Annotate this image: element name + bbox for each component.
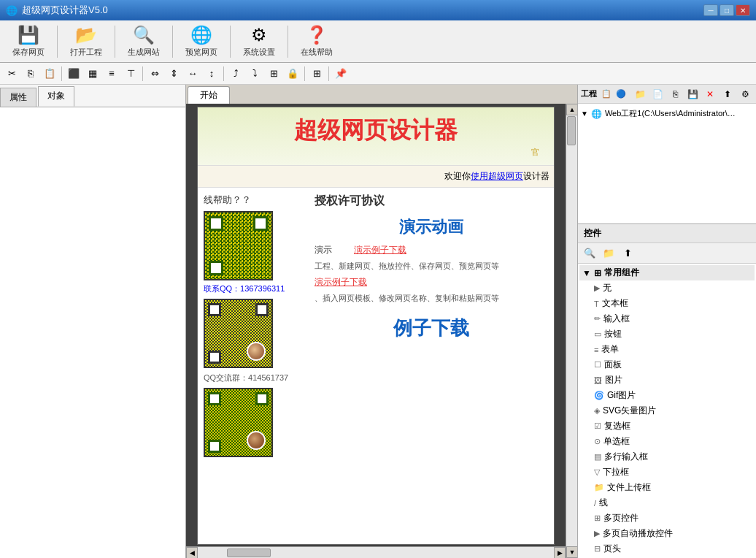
ctrl-item[interactable]: ☑复选框 bbox=[579, 418, 755, 434]
help-button[interactable]: ❓ 在线帮助 bbox=[293, 23, 341, 60]
demo-link[interactable]: 演示例子下载 bbox=[354, 244, 406, 256]
ctrl-item[interactable]: /线 bbox=[579, 495, 755, 511]
tb2-size-v[interactable]: ↕ bbox=[203, 65, 220, 83]
scroll-right-btn[interactable]: ▶ bbox=[554, 547, 566, 559]
ctrl-item[interactable]: ⊞多页控件 bbox=[579, 511, 755, 526]
ctrl-item-label: 输入框 bbox=[603, 313, 630, 325]
ctrl-group-common[interactable]: ▼ ⊞ 常用组件 bbox=[579, 265, 755, 280]
settings-button[interactable]: ⚙ 系统设置 bbox=[235, 23, 283, 60]
ctrl-item-label: 多页自动播放控件 bbox=[603, 527, 673, 540]
ctrl-item[interactable]: ⊟页头 bbox=[579, 541, 755, 557]
tb2-copy[interactable]: ⎘ bbox=[22, 65, 39, 83]
open-button[interactable]: 📂 打开工程 bbox=[62, 23, 110, 60]
tb2-paste[interactable]: 📋 bbox=[41, 65, 58, 83]
tb2-align-left[interactable]: ⬛ bbox=[65, 65, 82, 83]
preview-button[interactable]: 🌐 预览网页 bbox=[177, 23, 225, 60]
canvas-wrapper[interactable]: 超级网页设计器 官 欢迎你使用超级网页设计器 线帮助？？ bbox=[186, 104, 566, 546]
ctrl-item[interactable]: ▶无 bbox=[579, 280, 755, 296]
ctrl-item[interactable]: ✏输入框 bbox=[579, 311, 755, 326]
tb2-order-front[interactable]: ⤴ bbox=[227, 65, 244, 83]
rt-icon1: 📋 bbox=[601, 89, 612, 99]
rt-btn-save[interactable]: 💾 bbox=[684, 87, 701, 102]
ctrl-item[interactable]: ▽下拉框 bbox=[579, 465, 755, 480]
tree-item-web1[interactable]: ▼ 🌐 Web工程1(C:\Users\Administrator\Des bbox=[581, 107, 753, 121]
property-content bbox=[0, 107, 185, 558]
minimize-button[interactable]: ─ bbox=[703, 4, 718, 16]
ctrl-item[interactable]: ☐面板 bbox=[579, 357, 755, 372]
scroll-h-thumb[interactable] bbox=[227, 549, 271, 557]
tb2-size-h[interactable]: ↔ bbox=[184, 65, 201, 83]
h-scrollbar[interactable]: ◀ ▶ bbox=[186, 546, 566, 558]
sep5 bbox=[288, 26, 288, 58]
v-scrollbar[interactable]: ▲ ▼ bbox=[566, 104, 577, 558]
welcome-suffix: 设计器 bbox=[523, 171, 549, 181]
open-label: 打开工程 bbox=[70, 47, 102, 58]
tb2-distribute-h[interactable]: ⇔ bbox=[146, 65, 163, 83]
ctrl-tb-btn3[interactable]: ⬆ bbox=[619, 245, 636, 262]
rt-icon2: 🔵 bbox=[616, 89, 626, 99]
scroll-v-thumb[interactable] bbox=[567, 116, 576, 145]
demo-desc: 工程、新建网页、拖放控件、保存网页、预览网页等 bbox=[315, 261, 548, 272]
scroll-up-btn[interactable]: ▲ bbox=[566, 104, 577, 115]
tb2-align-right[interactable]: ≡ bbox=[103, 65, 120, 83]
tb2-grid[interactable]: ⊞ bbox=[308, 65, 325, 83]
scroll-v-track[interactable] bbox=[566, 115, 577, 546]
rt-btn-new[interactable]: 📄 bbox=[649, 87, 666, 102]
qq-group: QQ交流群：414561737 bbox=[204, 372, 304, 383]
rt-btn-copy[interactable]: ⎘ bbox=[667, 87, 683, 102]
right-top-toolbar: 工程 📋 🔵 📁 📄 ⎘ 💾 ✕ ⬆ ⚙ bbox=[578, 85, 756, 104]
scroll-left-btn[interactable]: ◀ bbox=[186, 547, 198, 559]
ctrl-item[interactable]: 🌀Gif图片 bbox=[579, 388, 755, 403]
ctrl-item[interactable]: ▶多页自动播放控件 bbox=[579, 526, 755, 541]
rt-btn-up[interactable]: ⬆ bbox=[720, 87, 736, 102]
ctrl-item-icon: 🌀 bbox=[594, 391, 604, 400]
scroll-down-btn[interactable]: ▼ bbox=[566, 546, 577, 558]
ctrl-item-label: 多行输入框 bbox=[604, 451, 648, 463]
canvas-main: 超级网页设计器 官 欢迎你使用超级网页设计器 线帮助？？ bbox=[186, 104, 566, 558]
demo-label: 演示 bbox=[315, 244, 332, 256]
ctrl-item[interactable]: ≡表单 bbox=[579, 342, 755, 357]
page-official-label: 官 bbox=[205, 147, 547, 158]
save-button[interactable]: 💾 保存网页 bbox=[4, 23, 53, 60]
controls-tree: ▼ ⊞ 常用组件 ▶无T文本框✏输入框▭按钮≡表单☐面板🖼图片🌀Gif图片◈SV… bbox=[578, 264, 756, 558]
tab-property[interactable]: 属性 bbox=[0, 88, 36, 107]
ctrl-item[interactable]: 📁文件上传框 bbox=[579, 480, 755, 495]
scroll-h-track[interactable] bbox=[198, 547, 554, 559]
generate-button[interactable]: 🔍 生成网站 bbox=[120, 23, 168, 60]
demo-title: 演示动画 bbox=[315, 216, 548, 238]
ctrl-item[interactable]: 🖼图片 bbox=[579, 372, 755, 388]
ctrl-item[interactable]: ▭按钮 bbox=[579, 326, 755, 342]
canvas-tab-start[interactable]: 开始 bbox=[188, 86, 230, 104]
close-button[interactable]: ✕ bbox=[736, 4, 750, 16]
ctrl-tb-btn2[interactable]: 📁 bbox=[600, 245, 617, 262]
maximize-button[interactable]: □ bbox=[720, 4, 734, 16]
ctrl-item-icon: ◈ bbox=[594, 406, 600, 416]
tb2-clipboard[interactable]: 📌 bbox=[332, 65, 350, 83]
ctrl-item[interactable]: ◈SVG矢量图片 bbox=[579, 403, 755, 418]
main-toolbar: 💾 保存网页 📂 打开工程 🔍 生成网站 🌐 预览网页 ⚙ 系统设置 ❓ 在线帮… bbox=[0, 20, 756, 63]
tb2-cut[interactable]: ✂ bbox=[3, 65, 20, 83]
prop-tabs: 属性 对象 bbox=[0, 85, 185, 107]
welcome-link[interactable]: 使用超级网页 bbox=[471, 171, 523, 181]
controls-header: 控件 bbox=[578, 224, 756, 243]
ctrl-tb-btn1[interactable]: 🔍 bbox=[581, 245, 598, 262]
ctrl-item-icon: T bbox=[594, 299, 599, 308]
ctrl-item-icon: ✏ bbox=[594, 314, 601, 324]
tb2-align-top[interactable]: ⊤ bbox=[122, 65, 139, 83]
ctrl-item[interactable]: T文本框 bbox=[579, 296, 755, 311]
rt-btn-delete[interactable]: ✕ bbox=[702, 87, 718, 102]
tb2-group[interactable]: ⊞ bbox=[265, 65, 282, 83]
ctrl-item-label: 面板 bbox=[604, 359, 622, 371]
ctrl-item[interactable]: ▤多行输入框 bbox=[579, 449, 755, 465]
app-title: 超级网页设计器V5.0 bbox=[22, 4, 108, 17]
qr-code-1 bbox=[204, 211, 273, 280]
demo-link2[interactable]: 演示例子下载 bbox=[315, 276, 548, 288]
tb2-distribute-v[interactable]: ⇕ bbox=[165, 65, 182, 83]
tb2-align-center[interactable]: ▦ bbox=[84, 65, 101, 83]
tb2-order-back[interactable]: ⤵ bbox=[246, 65, 263, 83]
rt-btn-folder[interactable]: 📁 bbox=[632, 87, 648, 102]
tb2-lock[interactable]: 🔒 bbox=[284, 65, 301, 83]
rt-btn-settings[interactable]: ⚙ bbox=[737, 87, 753, 102]
ctrl-item[interactable]: ⊙单选框 bbox=[579, 434, 755, 449]
tab-object[interactable]: 对象 bbox=[38, 86, 74, 107]
